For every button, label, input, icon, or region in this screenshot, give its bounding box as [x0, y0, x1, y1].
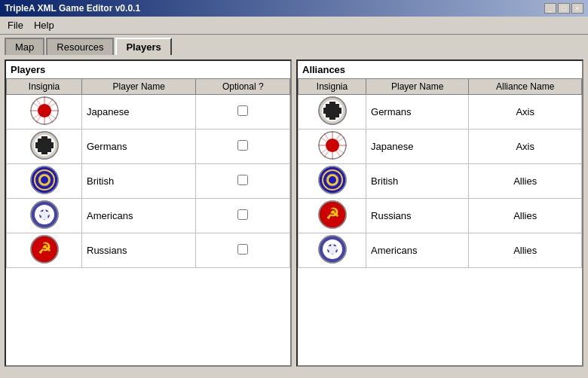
- players-panel-title: Players: [6, 61, 290, 78]
- table-row: Germans: [7, 130, 290, 164]
- svg-point-19: [41, 176, 48, 184]
- svg-rect-15: [47, 148, 51, 152]
- player-name-cell: Americans: [82, 199, 196, 233]
- alliance-name-cell: Allies: [469, 199, 582, 233]
- optional-checkbox[interactable]: [237, 209, 248, 220]
- table-row: Germans Axis: [299, 95, 582, 130]
- insignia-cell: [7, 199, 82, 233]
- alliances-panel: Alliances Insignia Player Name Alliance …: [296, 59, 583, 367]
- table-row: ☭ Russians: [7, 233, 290, 268]
- svg-rect-13: [47, 139, 51, 142]
- player-name-cell: Americans: [366, 233, 469, 268]
- optional-cell: [196, 199, 290, 233]
- svg-rect-37: [335, 114, 339, 117]
- players-table: Insignia Player Name Optional ? Japanese: [6, 78, 290, 268]
- tab-resources[interactable]: Resources: [46, 38, 114, 55]
- insignia-cell: [299, 95, 366, 130]
- players-col-name: Player Name: [82, 79, 196, 95]
- table-row: Japanese: [7, 95, 290, 130]
- player-name-cell: Germans: [82, 130, 196, 164]
- optional-cell: [196, 233, 290, 268]
- tab-bar: Map Resources Players: [0, 35, 588, 55]
- tab-map[interactable]: Map: [5, 38, 44, 55]
- svg-rect-35: [335, 104, 339, 108]
- close-button[interactable]: ×: [571, 3, 583, 14]
- alliances-panel-title: Alliances: [298, 61, 582, 78]
- alliances-col-alliance: Alliance Name: [469, 79, 582, 95]
- insignia-cell: [7, 130, 82, 164]
- svg-rect-12: [38, 139, 41, 142]
- player-name-cell: British: [366, 164, 469, 199]
- table-row: ☭ Russians Allies: [299, 199, 582, 233]
- tab-players[interactable]: Players: [115, 38, 171, 55]
- table-row: British: [7, 164, 290, 199]
- menu-bar: File Help: [0, 17, 588, 35]
- title-bar: TripleA XML Game Editor v0.0.1 _ □ ×: [0, 0, 588, 17]
- svg-point-49: [329, 176, 336, 184]
- alliance-name-cell: Allies: [469, 164, 582, 199]
- players-panel: Players Insignia Player Name Optional ? …: [5, 59, 292, 367]
- insignia-cell: [299, 164, 366, 199]
- minimize-button[interactable]: _: [544, 3, 556, 14]
- svg-text:☭: ☭: [38, 240, 51, 257]
- optional-cell: [196, 130, 290, 164]
- svg-rect-11: [41, 136, 47, 154]
- alliances-col-name: Player Name: [366, 79, 469, 95]
- table-row: Japanese Axis: [299, 130, 582, 164]
- players-col-insignia: Insignia: [7, 79, 82, 95]
- alliance-name-cell: Allies: [469, 233, 582, 268]
- table-row: Americans Allies: [299, 233, 582, 268]
- players-col-optional: Optional ?: [196, 79, 290, 95]
- alliances-table: Insignia Player Name Alliance Name Germa…: [298, 78, 582, 268]
- window-title: TripleA XML Game Editor v0.0.1: [5, 3, 140, 14]
- player-name-cell: Russians: [82, 233, 196, 268]
- insignia-cell: [7, 95, 82, 130]
- player-name-cell: Japanese: [366, 130, 469, 164]
- insignia-cell: [299, 233, 366, 268]
- optional-checkbox[interactable]: [237, 105, 248, 116]
- optional-checkbox[interactable]: [237, 244, 248, 255]
- menu-help[interactable]: Help: [29, 18, 59, 32]
- optional-checkbox[interactable]: [237, 140, 248, 151]
- player-name-cell: Japanese: [82, 95, 196, 130]
- window-controls: _ □ ×: [544, 3, 583, 14]
- insignia-cell: [7, 164, 82, 199]
- table-row: Americans: [7, 199, 290, 233]
- alliances-col-insignia: Insignia: [299, 79, 366, 95]
- player-name-cell: Russians: [366, 199, 469, 233]
- player-name-cell: British: [82, 164, 196, 199]
- optional-checkbox[interactable]: [237, 175, 248, 185]
- table-row: British Allies: [299, 164, 582, 199]
- insignia-cell: [299, 130, 366, 164]
- svg-rect-34: [326, 104, 329, 108]
- player-name-cell: Germans: [366, 95, 469, 130]
- menu-file[interactable]: File: [3, 18, 28, 32]
- alliance-name-cell: Axis: [469, 95, 582, 130]
- svg-rect-14: [38, 148, 41, 152]
- optional-cell: [196, 95, 290, 130]
- alliance-name-cell: Axis: [469, 130, 582, 164]
- maximize-button[interactable]: □: [558, 3, 570, 14]
- svg-text:☭: ☭: [326, 206, 339, 222]
- insignia-cell: ☭: [7, 233, 82, 268]
- optional-cell: [196, 164, 290, 199]
- insignia-cell: ☭: [299, 199, 366, 233]
- main-content: Players Insignia Player Name Optional ? …: [0, 55, 588, 371]
- svg-rect-36: [326, 114, 329, 117]
- svg-rect-33: [329, 102, 335, 120]
